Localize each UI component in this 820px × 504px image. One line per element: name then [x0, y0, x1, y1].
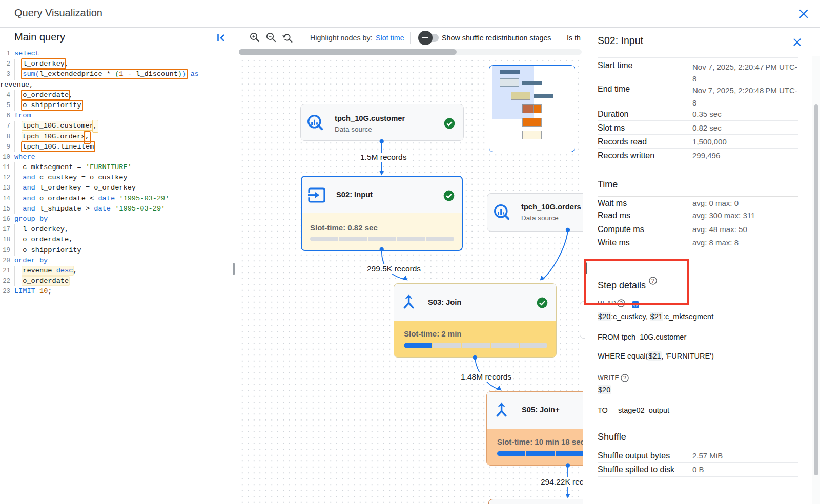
svg-text:?: ?: [623, 375, 626, 381]
